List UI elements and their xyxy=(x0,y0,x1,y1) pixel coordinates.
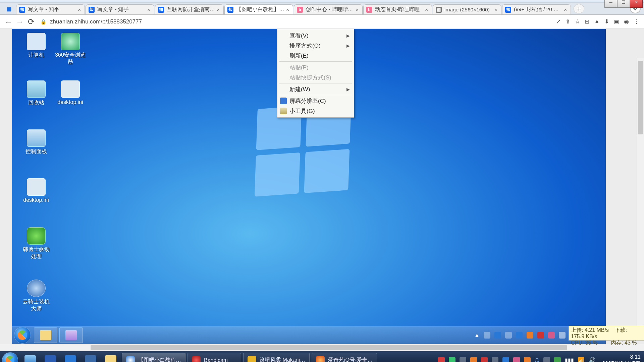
tab-5[interactable]: b 动态首页-哔哩哔哩 × xyxy=(363,4,432,14)
tray-icon[interactable] xyxy=(524,357,531,362)
tray-icon[interactable] xyxy=(548,332,555,339)
desk-icon-control-panel[interactable]: 控制面板 xyxy=(20,129,52,155)
host-task-firefox[interactable]: 爱奇艺iQ号-爱奇… xyxy=(312,353,377,362)
desk-icon-desktop-ini[interactable]: desktop.ini xyxy=(54,80,86,105)
tray-icon[interactable] xyxy=(513,357,520,362)
desk-icon-desktop-ini-2[interactable]: desktop.ini xyxy=(20,178,52,203)
desk-icon-360browser[interactable]: 360安全浏览器 xyxy=(54,33,86,66)
tray-icon[interactable] xyxy=(505,332,512,339)
bookmark-star-icon[interactable]: ☆ xyxy=(575,18,580,25)
tab-close-icon[interactable]: × xyxy=(563,7,568,12)
tab-close-icon[interactable]: × xyxy=(77,7,82,12)
nav-forward-button[interactable]: → xyxy=(14,16,25,27)
menu-icon[interactable]: ⋮ xyxy=(634,18,639,25)
ctx-resolution[interactable]: 屏幕分辨率(C) xyxy=(278,96,353,106)
ctx-separator xyxy=(279,61,352,62)
host-task-bandicam[interactable]: Bandicam xyxy=(187,353,241,362)
host-pinned-word[interactable] xyxy=(41,353,59,362)
tray-icon[interactable] xyxy=(516,332,523,339)
vertical-scrollbar[interactable] xyxy=(637,58,644,326)
desk-icon-driver-tool[interactable]: 韩博士驱动处理 xyxy=(20,227,52,260)
tray-icon[interactable] xyxy=(543,357,550,362)
tray-sogou-icon[interactable] xyxy=(438,357,445,362)
window-maximize-button[interactable]: ☐ xyxy=(617,0,630,8)
tray-icon[interactable] xyxy=(484,332,490,339)
tab-7[interactable]: 知 (99+ 封私信 / 20 条消息… × xyxy=(502,4,571,14)
nav-back-button[interactable]: ← xyxy=(3,16,14,27)
ctx-new[interactable]: 新建(W) ▶ xyxy=(278,84,353,94)
tray-icon[interactable] xyxy=(481,357,488,362)
puzzle-icon[interactable]: ▲ xyxy=(594,18,600,25)
horizontal-scrollbar[interactable] xyxy=(0,344,644,351)
vertical-scroll-thumb[interactable] xyxy=(638,61,643,134)
host-clock[interactable]: 8:11 2025/1/3 星期五 xyxy=(599,354,641,362)
ctx-label: 粘贴快捷方式(S) xyxy=(289,74,331,81)
tab-close-icon[interactable]: × xyxy=(216,7,221,12)
desk-icon-computer[interactable]: 计算机 xyxy=(20,33,52,59)
window-minimize-button[interactable]: ─ xyxy=(604,0,617,8)
tray-bluetooth-icon[interactable]: ⌬ xyxy=(535,357,539,362)
favicon-zhihu-icon: 知 xyxy=(227,7,233,13)
ctx-refresh[interactable]: 刷新(E) xyxy=(278,51,353,61)
host-pinned-tool[interactable] xyxy=(82,353,100,362)
ctx-gadgets[interactable]: 小工具(G) xyxy=(278,106,353,116)
inner-task-paint[interactable] xyxy=(59,327,83,343)
tray-icon[interactable] xyxy=(502,357,509,362)
tray-network-icon[interactable]: 📶 xyxy=(578,357,585,362)
host-pinned-media[interactable] xyxy=(21,353,39,362)
file-icon xyxy=(61,80,80,98)
inner-task-explorer[interactable] xyxy=(34,327,57,343)
ctx-label: 粘贴(P) xyxy=(289,64,309,71)
tab-close-icon[interactable]: × xyxy=(493,7,498,12)
tab-6[interactable]: ▦ image (2560×1600) × xyxy=(433,4,501,14)
tray-signal-icon[interactable]: ▮▮▮ xyxy=(565,357,574,362)
nav-reload-button[interactable]: ⟳ xyxy=(25,16,37,27)
tab-close-icon[interactable]: × xyxy=(285,7,290,12)
tray-icon[interactable] xyxy=(554,357,561,362)
tab-close-icon[interactable]: × xyxy=(146,7,151,12)
share-icon[interactable]: ⇪ xyxy=(566,18,570,25)
tab-2[interactable]: 知 互联网防开盒指南 - 知乎 × xyxy=(155,4,224,14)
tab-0[interactable]: 知 写文章 - 知乎 × xyxy=(16,4,85,14)
host-clock-date: 2025/1/3 星期五 xyxy=(602,360,641,362)
host-pinned-windows[interactable] xyxy=(61,353,79,362)
tray-icon[interactable] xyxy=(460,357,466,362)
tray-bluetooth-icon[interactable] xyxy=(494,332,501,339)
inner-start-button[interactable] xyxy=(14,327,31,344)
tray-icon[interactable] xyxy=(527,332,533,339)
horizontal-scroll-thumb[interactable] xyxy=(91,345,567,350)
desk-icon-cloud-tool[interactable]: 云骑士装机大师 xyxy=(20,280,52,312)
tray-icon[interactable] xyxy=(492,357,498,362)
tray-up-arrow-icon[interactable]: ▲ xyxy=(474,332,480,338)
tray-volume-icon[interactable]: 🔊 xyxy=(589,357,595,362)
host-start-button[interactable] xyxy=(2,352,18,362)
tray-icon[interactable] xyxy=(537,332,544,339)
tab-label: 写文章 - 知乎 xyxy=(28,6,77,13)
desk-icon-recycle[interactable]: 回收站 xyxy=(20,80,52,106)
tray-wechat-icon[interactable] xyxy=(449,357,455,362)
host-task-chrome[interactable]: 【图吧小白教程… xyxy=(122,353,185,362)
tray-signal-icon[interactable] xyxy=(559,332,566,339)
tab-1[interactable]: 知 写文章 - 知乎 × xyxy=(86,4,154,14)
tab-close-icon[interactable]: × xyxy=(355,7,360,12)
avatar-icon[interactable]: ◉ xyxy=(624,18,629,25)
favicon-zhihu-icon: 知 xyxy=(158,7,164,13)
ctx-label: 查看(V) xyxy=(289,32,309,40)
desk-icon-label: 控制面板 xyxy=(20,148,52,155)
tab-3-active[interactable]: 知 【图吧小白教程】WIN7装… × xyxy=(224,4,293,14)
host-task-label: 【图吧小白教程… xyxy=(138,357,181,362)
download-icon[interactable]: ⬇ xyxy=(604,18,609,25)
tab-4[interactable]: b 创作中心 - 哔哩哔哩弹幕… × xyxy=(294,4,363,14)
tabstrip: 知 写文章 - 知乎 × 知 写文章 - 知乎 × 知 互联网防开盒指南 - 知… xyxy=(0,3,644,15)
tray-icon[interactable] xyxy=(470,357,477,362)
tab-close-icon[interactable]: × xyxy=(424,7,429,12)
new-tab-button[interactable]: ＋ xyxy=(574,4,584,13)
url-input[interactable]: 🔒 zhuanlan.zhihu.com/p/15883520777 xyxy=(40,17,553,27)
side-panel-icon[interactable]: ▣ xyxy=(614,18,619,25)
zoom-icon[interactable]: ⤢ xyxy=(556,18,561,25)
extensions-icon[interactable]: ⊞ xyxy=(585,18,589,25)
ctx-sort[interactable]: 排序方式(O) ▶ xyxy=(278,41,353,51)
ctx-view[interactable]: 查看(V) ▶ xyxy=(278,31,353,41)
host-task-potplayer[interactable]: 滚曝风柔 Makani… xyxy=(243,353,310,362)
host-pinned-explorer[interactable] xyxy=(102,353,120,362)
